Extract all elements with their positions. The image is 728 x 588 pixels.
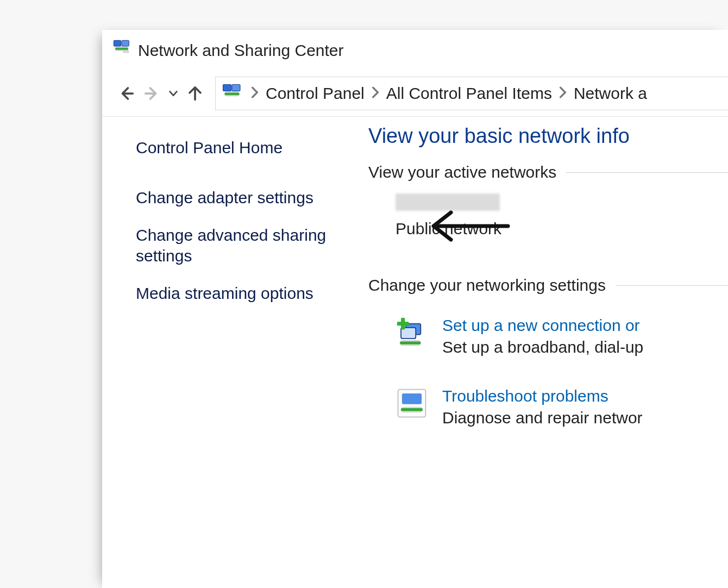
svg-rect-14	[400, 341, 421, 344]
svg-rect-3	[115, 48, 128, 50]
sidebar-link-change-advanced-sharing[interactable]: Change advanced sharing settings	[136, 225, 342, 266]
breadcrumb-item-all-items[interactable]: All Control Panel Items	[385, 84, 553, 103]
link-setup-new-connection[interactable]: Set up a new connection or	[442, 316, 643, 335]
desc-setup-new-connection: Set up a broadband, dial-up	[442, 338, 643, 356]
svg-rect-12	[397, 322, 409, 326]
svg-rect-18	[401, 408, 423, 411]
chevron-right-icon[interactable]	[553, 85, 573, 102]
section-active-networks: View your active networks	[368, 163, 728, 182]
settings-item-setup-connection: Set up a new connection or Set up a broa…	[368, 316, 728, 356]
section-title-active-networks: View your active networks	[368, 163, 556, 182]
chevron-right-icon[interactable]	[245, 85, 265, 102]
chevron-right-icon[interactable]	[366, 85, 385, 102]
content-area: Control Panel Home Change adapter settin…	[102, 117, 728, 427]
address-bar-icon	[221, 84, 245, 103]
section-rule	[616, 285, 728, 286]
section-title-change-settings: Change your networking settings	[368, 276, 606, 295]
svg-rect-4	[123, 51, 129, 53]
back-button[interactable]	[114, 81, 139, 106]
setup-connection-icon	[396, 316, 428, 349]
network-center-icon	[113, 40, 130, 61]
desc-troubleshoot-problems: Diagnose and repair networ	[442, 409, 643, 427]
settings-list: Set up a new connection or Set up a broa…	[368, 316, 728, 427]
network-type-label: Public network	[396, 220, 728, 238]
active-network-block: Public network	[368, 182, 728, 238]
breadcrumb-item-current[interactable]: Network a	[573, 84, 648, 103]
svg-rect-0	[114, 40, 121, 46]
link-troubleshoot-problems[interactable]: Troubleshoot problems	[442, 387, 643, 405]
up-button[interactable]	[183, 81, 208, 106]
settings-item-troubleshoot: Troubleshoot problems Diagnose and repai…	[368, 387, 728, 427]
sidebar-link-change-adapter-settings[interactable]: Change adapter settings	[136, 187, 342, 208]
svg-rect-5	[223, 85, 231, 91]
main-panel: View your basic network info View your a…	[368, 117, 728, 427]
main-heading: View your basic network info	[368, 124, 728, 148]
breadcrumb-item-control-panel[interactable]: Control Panel	[265, 84, 366, 103]
sidebar-link-media-streaming-options[interactable]: Media streaming options	[136, 283, 342, 304]
section-change-settings: Change your networking settings	[368, 276, 728, 295]
svg-rect-8	[225, 93, 240, 96]
svg-rect-6	[232, 85, 240, 91]
recent-locations-button[interactable]	[164, 81, 183, 106]
sidebar-link-control-panel-home[interactable]: Control Panel Home	[136, 137, 342, 158]
settings-text: Troubleshoot problems Diagnose and repai…	[442, 387, 643, 427]
svg-rect-1	[122, 40, 129, 46]
navigation-bar: Control Panel All Control Panel Items Ne…	[102, 71, 728, 117]
window-title: Network and Sharing Center	[138, 41, 344, 60]
address-bar[interactable]: Control Panel All Control Panel Items Ne…	[215, 77, 728, 110]
network-sharing-center-window: Network and Sharing Center	[102, 30, 728, 588]
troubleshoot-icon	[396, 387, 428, 420]
settings-text: Set up a new connection or Set up a broa…	[442, 316, 643, 356]
svg-rect-16	[402, 393, 422, 404]
window-title-row: Network and Sharing Center	[102, 30, 728, 71]
section-rule	[566, 172, 728, 173]
redacted-network-name	[396, 193, 500, 211]
sidebar: Control Panel Home Change adapter settin…	[102, 117, 368, 321]
forward-button[interactable]	[139, 81, 164, 106]
